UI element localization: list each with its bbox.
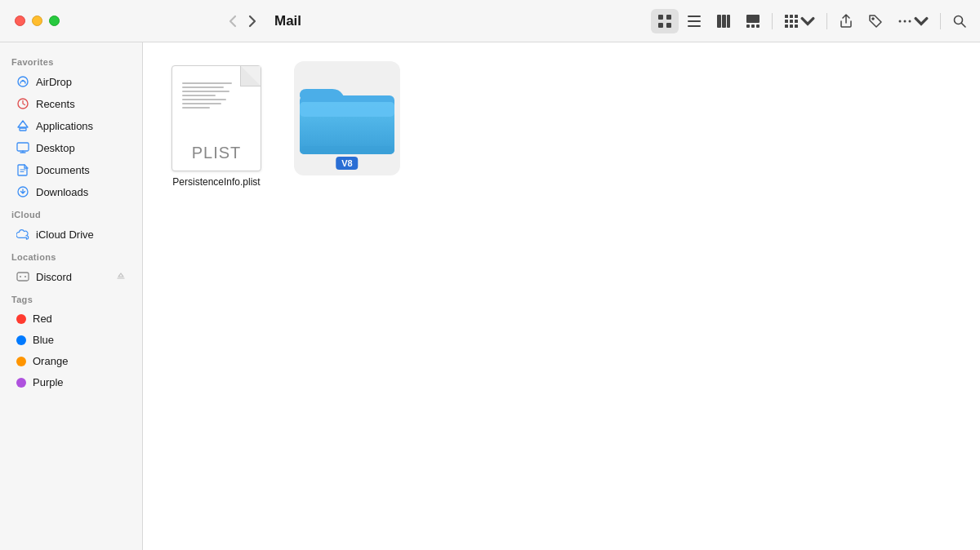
plist-filename: PersistenceInfo.plist [172, 176, 260, 188]
maximize-button[interactable] [49, 16, 60, 26]
sidebar-item-tag-blue[interactable]: Blue [5, 330, 137, 350]
svg-point-29 [22, 80, 24, 82]
main-area: Favorites AirDrop Recents [0, 42, 980, 550]
folder-file-item[interactable]: V8 [290, 59, 404, 194]
svg-rect-3 [666, 23, 671, 28]
locations-section-title: Locations [0, 246, 142, 265]
sidebar-item-downloads[interactable]: Downloads [5, 181, 137, 202]
sidebar-item-applications[interactable]: Applications [5, 115, 137, 136]
forward-button[interactable] [243, 11, 261, 31]
tag-red-label: Red [33, 313, 52, 325]
svg-rect-16 [795, 15, 798, 18]
tag-orange-label: Orange [33, 355, 68, 367]
nav-buttons [224, 11, 261, 31]
folder-icon-container: V8 [294, 65, 400, 171]
plist-icon: PLIST [172, 65, 261, 171]
icloud-icon [16, 228, 29, 241]
eject-button[interactable] [116, 271, 126, 283]
airdrop-icon [16, 75, 29, 88]
grid-view-button[interactable] [651, 9, 679, 33]
sidebar-item-recents[interactable]: Recents [5, 93, 137, 114]
folder-badge: V8 [336, 157, 358, 170]
svg-rect-15 [790, 15, 793, 18]
sidebar-item-tag-orange[interactable]: Orange [5, 351, 137, 371]
sidebar-item-tag-purple[interactable]: Purple [5, 372, 137, 393]
back-button[interactable] [224, 11, 242, 31]
svg-rect-2 [658, 23, 663, 28]
plist-text-lines [182, 82, 238, 111]
favorites-section-title: Favorites [0, 51, 142, 70]
tags-section-title: Tags [0, 288, 142, 308]
tag-purple-label: Purple [33, 376, 64, 388]
more-button[interactable] [891, 9, 935, 33]
plist-type-label: PLIST [192, 144, 242, 162]
gallery-view-button[interactable] [739, 9, 767, 33]
icloud-label: iCloud Drive [36, 228, 94, 241]
svg-rect-12 [751, 24, 755, 28]
documents-icon [16, 163, 29, 176]
search-button[interactable] [946, 9, 973, 33]
list-view-button[interactable] [680, 9, 708, 33]
svg-point-36 [24, 276, 26, 277]
svg-rect-5 [688, 20, 701, 22]
svg-rect-20 [785, 24, 788, 28]
blue-dot [16, 335, 26, 345]
svg-rect-6 [688, 25, 701, 27]
title-bar: Mail [0, 0, 980, 42]
toolbar: Mail [217, 9, 980, 33]
sidebar-item-documents[interactable]: Documents [5, 159, 137, 180]
svg-rect-7 [717, 15, 721, 28]
close-button[interactable] [15, 16, 25, 26]
svg-point-26 [909, 20, 911, 22]
minimize-button[interactable] [32, 16, 42, 26]
svg-rect-14 [785, 15, 788, 18]
svg-rect-19 [795, 20, 798, 23]
discord-label: Discord [36, 271, 72, 283]
applications-label: Applications [36, 120, 93, 132]
downloads-label: Downloads [36, 186, 88, 198]
svg-rect-1 [666, 15, 671, 20]
svg-rect-11 [746, 24, 750, 28]
tag-button[interactable] [862, 9, 889, 33]
discord-icon [16, 270, 29, 283]
svg-rect-34 [17, 273, 29, 281]
desktop-label: Desktop [36, 142, 75, 154]
sidebar: Favorites AirDrop Recents [0, 42, 143, 550]
downloads-icon [16, 185, 29, 198]
svg-point-23 [872, 18, 874, 20]
purple-dot [16, 378, 26, 388]
finder-content: PLIST PersistenceInfo.plist [143, 42, 980, 550]
divider-2 [826, 13, 827, 29]
recents-label: Recents [36, 98, 75, 110]
svg-rect-10 [746, 15, 760, 23]
svg-rect-9 [727, 15, 730, 28]
divider-1 [772, 13, 773, 29]
tag-blue-label: Blue [33, 334, 54, 346]
folder-title: Mail [271, 13, 301, 29]
svg-rect-8 [722, 15, 726, 28]
column-view-button[interactable] [710, 9, 737, 33]
svg-rect-13 [756, 24, 760, 28]
svg-point-25 [904, 20, 906, 22]
recents-icon [16, 97, 29, 110]
window-controls [0, 16, 74, 26]
share-button[interactable] [832, 9, 860, 33]
airdrop-label: AirDrop [36, 76, 72, 88]
svg-rect-17 [785, 20, 788, 23]
red-dot [16, 314, 26, 324]
sidebar-item-airdrop[interactable]: AirDrop [5, 71, 137, 92]
divider-3 [940, 13, 941, 29]
sidebar-item-icloud[interactable]: iCloud Drive [5, 224, 137, 245]
documents-label: Documents [36, 164, 90, 176]
plist-file-item[interactable]: PLIST PersistenceInfo.plist [159, 59, 274, 194]
svg-rect-31 [20, 128, 26, 131]
sidebar-item-desktop[interactable]: Desktop [5, 137, 137, 158]
toolbar-icons [651, 9, 973, 33]
group-by-button[interactable] [777, 9, 822, 33]
sidebar-item-tag-red[interactable]: Red [5, 308, 137, 329]
svg-rect-4 [688, 16, 701, 17]
svg-rect-18 [790, 20, 793, 23]
svg-rect-21 [790, 24, 793, 28]
plist-icon-container: PLIST [163, 65, 270, 171]
sidebar-item-discord[interactable]: Discord [5, 266, 137, 287]
